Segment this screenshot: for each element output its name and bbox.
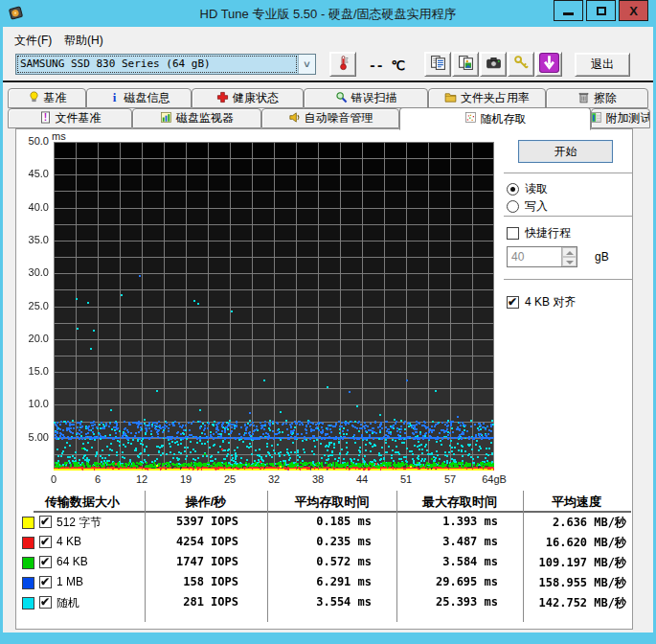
capacity-value: 40 bbox=[508, 247, 561, 266]
align-checkbox[interactable] bbox=[507, 296, 519, 309]
menu-file[interactable]: 文件(F) bbox=[9, 31, 57, 51]
maximize-icon bbox=[597, 7, 606, 15]
keys-icon bbox=[513, 55, 530, 74]
drive-select-value: SAMSUNG SSD 830 Series (64 gB) bbox=[16, 55, 298, 74]
svg-text:!: ! bbox=[43, 112, 46, 123]
tab-folder-usage[interactable]: 文件夹占用率 bbox=[428, 88, 546, 108]
tab-label: 文件基准 bbox=[56, 110, 102, 126]
tab-error-scan[interactable]: 错误扫描 bbox=[304, 88, 428, 108]
row-checkbox[interactable] bbox=[39, 516, 52, 528]
close-icon: X bbox=[629, 5, 638, 17]
separator bbox=[504, 279, 632, 281]
tab-strip: 基准i磁盘信息健康状态错误扫描文件夹占用率擦除!文件基准磁盘监视器自动噪音管理随… bbox=[8, 88, 651, 129]
screenshot-button[interactable] bbox=[480, 52, 507, 77]
tab-disk-info[interactable]: i磁盘信息 bbox=[86, 88, 192, 108]
series-color-swatch bbox=[22, 597, 34, 610]
avg-access-cell: 0.235 ms bbox=[267, 535, 372, 548]
copy-text-button[interactable] bbox=[424, 52, 451, 77]
dropdown-arrow-icon[interactable] bbox=[298, 55, 315, 74]
series-color-swatch bbox=[22, 517, 34, 529]
tab-aam[interactable]: 自动噪音管理 bbox=[261, 108, 399, 128]
ops-cell: 4254 IOPS bbox=[145, 535, 238, 548]
exit-button[interactable]: 退出 bbox=[575, 53, 630, 77]
row-checkbox[interactable] bbox=[39, 576, 52, 588]
copy-image-button[interactable] bbox=[452, 52, 479, 77]
tab-random-access[interactable]: 随机存取 bbox=[399, 107, 591, 130]
maximize-button[interactable] bbox=[586, 0, 616, 21]
random-icon bbox=[464, 111, 477, 126]
scatter-chart bbox=[54, 142, 494, 471]
tab-label: 附加测试 bbox=[606, 110, 651, 126]
minimize-icon bbox=[563, 12, 574, 15]
max-access-cell: 3.487 ms bbox=[396, 535, 498, 548]
ops-cell: 158 IOPS bbox=[145, 575, 238, 588]
ops-cell: 1747 IOPS bbox=[145, 555, 238, 568]
title-bar: HD Tune 专业版 5.50 - 硬盘/固态硬盘实用程序 X bbox=[0, 0, 656, 27]
x-tick-label: 6 bbox=[77, 473, 119, 485]
health-icon bbox=[216, 91, 229, 106]
write-radio[interactable] bbox=[507, 200, 519, 213]
tab-label: 磁盘信息 bbox=[124, 90, 170, 106]
row-checkbox[interactable] bbox=[39, 556, 52, 568]
menu-bar: 文件(F) 帮助(H) bbox=[3, 29, 653, 48]
register-button[interactable] bbox=[508, 52, 534, 77]
align-option[interactable]: 4 KB 对齐 bbox=[507, 294, 576, 310]
thermometer-icon bbox=[335, 55, 351, 74]
temperature-button[interactable] bbox=[329, 52, 356, 77]
temperature-readout: -- ℃ bbox=[369, 58, 405, 73]
drive-select[interactable]: SAMSUNG SSD 830 Series (64 gB) bbox=[15, 54, 316, 75]
tab-health[interactable]: 健康状态 bbox=[192, 88, 304, 108]
table-header: 平均速度 bbox=[523, 494, 630, 511]
y-tick-label: 35.0 bbox=[16, 234, 49, 245]
write-radio-label: 写入 bbox=[525, 198, 548, 215]
download-icon bbox=[539, 53, 559, 76]
download-button[interactable] bbox=[535, 52, 562, 77]
avg-speed-cell: 158.955 MB/秒 bbox=[523, 575, 626, 591]
start-button[interactable]: 开始 bbox=[518, 140, 613, 163]
row-label: 随机 bbox=[57, 595, 79, 611]
tab-disk-monitor[interactable]: 磁盘监视器 bbox=[132, 108, 261, 128]
capacity-spinner[interactable]: 40 bbox=[507, 246, 577, 267]
spinner-down-icon[interactable] bbox=[562, 257, 577, 266]
read-radio[interactable] bbox=[507, 183, 519, 196]
tab-label: 磁盘监视器 bbox=[176, 110, 234, 126]
row-label: 1 MB bbox=[57, 575, 83, 588]
benchmark-icon bbox=[28, 91, 40, 106]
tab-file-benchmark[interactable]: !文件基准 bbox=[8, 108, 132, 128]
y-tick-label: 20.0 bbox=[16, 333, 49, 344]
y-tick-label: 40.0 bbox=[16, 201, 49, 213]
row-checkbox[interactable] bbox=[39, 596, 52, 609]
tab-erase[interactable]: 擦除 bbox=[546, 88, 648, 108]
short-stroke-checkbox[interactable] bbox=[507, 227, 519, 240]
avg-speed-cell: 16.620 MB/秒 bbox=[523, 535, 626, 551]
x-tick-label: 64gB bbox=[473, 473, 515, 485]
spinner-up-icon[interactable] bbox=[562, 247, 577, 257]
ops-cell: 281 IOPS bbox=[145, 595, 238, 609]
tab-benchmark[interactable]: 基准 bbox=[8, 88, 86, 108]
y-tick-label: 10.0 bbox=[16, 398, 49, 409]
minimize-button[interactable] bbox=[554, 0, 583, 21]
y-tick-label: 15.0 bbox=[16, 365, 49, 377]
close-button[interactable]: X bbox=[619, 0, 648, 21]
x-tick-label: 12 bbox=[121, 473, 163, 485]
y-axis-unit-label: ms bbox=[52, 130, 66, 142]
table-header: 操作/秒 bbox=[145, 494, 267, 511]
client-area: 文件(F) 帮助(H) SAMSUNG SSD 830 Series (64 g… bbox=[3, 27, 653, 632]
max-access-cell: 29.695 ms bbox=[396, 575, 498, 588]
row-checkbox[interactable] bbox=[39, 536, 52, 548]
series-color-swatch bbox=[22, 557, 34, 569]
tab-extra-tests[interactable]: 附加测试 bbox=[591, 108, 650, 128]
menu-help[interactable]: 帮助(H) bbox=[58, 31, 109, 51]
x-tick-label: 57 bbox=[429, 473, 471, 485]
short-stroke-option[interactable]: 快捷行程 bbox=[507, 225, 571, 242]
table-header: 传输数据大小 bbox=[20, 494, 145, 511]
separator bbox=[504, 216, 632, 218]
y-tick-label: 50.0 bbox=[16, 135, 49, 147]
write-mode-option[interactable]: 写入 bbox=[507, 198, 548, 215]
read-mode-option[interactable]: 读取 bbox=[507, 181, 548, 197]
toolbar: SAMSUNG SSD 830 Series (64 gB) -- ℃ 退出 bbox=[3, 50, 653, 80]
row-label: 4 KB bbox=[57, 535, 81, 548]
capacity-unit-label: gB bbox=[595, 250, 609, 264]
avg-speed-cell: 142.752 MB/秒 bbox=[523, 595, 626, 611]
tab-label: 文件夹占用率 bbox=[461, 90, 530, 106]
